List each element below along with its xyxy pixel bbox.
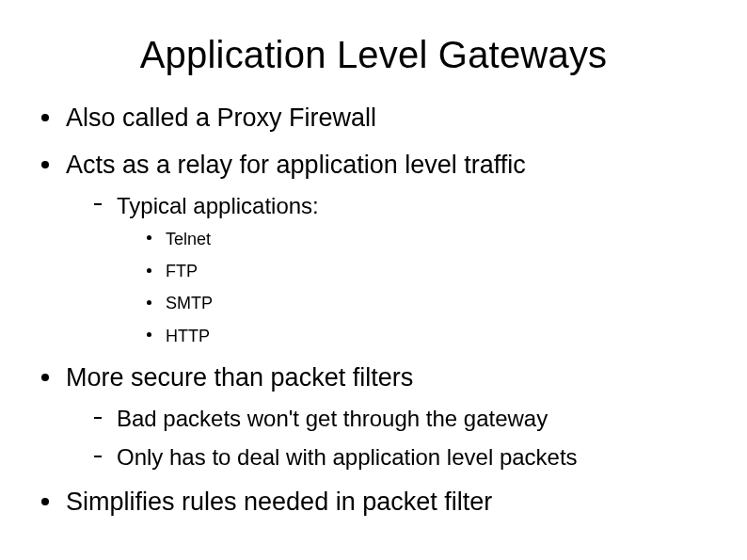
bullet-text: Acts as a relay for application level tr… <box>66 151 526 179</box>
slide: Application Level Gateways Also called a… <box>0 0 747 560</box>
sub-bullet-item: Typical applications: Telnet FTP SMTP HT… <box>92 191 713 347</box>
sub-bullet-item: Only has to deal with application level … <box>92 442 713 472</box>
sub-bullet-text: Bad packets won't get through the gatewa… <box>117 406 548 431</box>
sub-sub-bullet-text: HTTP <box>166 327 210 345</box>
sub-sub-bullet-text: Telnet <box>166 230 211 248</box>
sub-bullet-item: Bad packets won't get through the gatewa… <box>92 404 713 433</box>
sub-bullet-text: Only has to deal with application level … <box>117 444 578 470</box>
bullet-item: More secure than packet filters Bad pack… <box>38 362 713 472</box>
bullet-list: Also called a Proxy Firewall Acts as a r… <box>34 103 713 519</box>
sub-sub-bullet-text: FTP <box>166 262 198 280</box>
bullet-item: Also called a Proxy Firewall <box>38 103 713 135</box>
sub-sub-bullet-item: Telnet <box>145 228 713 250</box>
sub-sub-bullet-item: FTP <box>145 260 713 282</box>
sub-bullet-list: Typical applications: Telnet FTP SMTP HT… <box>66 191 713 347</box>
bullet-text: Also called a Proxy Firewall <box>66 104 376 132</box>
sub-sub-bullet-item: HTTP <box>145 325 713 347</box>
sub-bullet-list: Bad packets won't get through the gatewa… <box>66 404 713 472</box>
sub-sub-bullet-item: SMTP <box>145 292 713 314</box>
bullet-item: Simplifies rules needed in packet filter <box>38 487 713 519</box>
sub-sub-bullet-text: SMTP <box>166 294 213 312</box>
sub-bullet-text: Typical applications: <box>117 193 319 218</box>
sub-sub-bullet-list: Telnet FTP SMTP HTTP <box>117 228 713 347</box>
bullet-text: More secure than packet filters <box>66 363 413 392</box>
bullet-item: Acts as a relay for application level tr… <box>38 150 713 347</box>
bullet-text: Simplifies rules needed in packet filter <box>66 488 492 516</box>
slide-title: Application Level Gateways <box>34 34 713 76</box>
